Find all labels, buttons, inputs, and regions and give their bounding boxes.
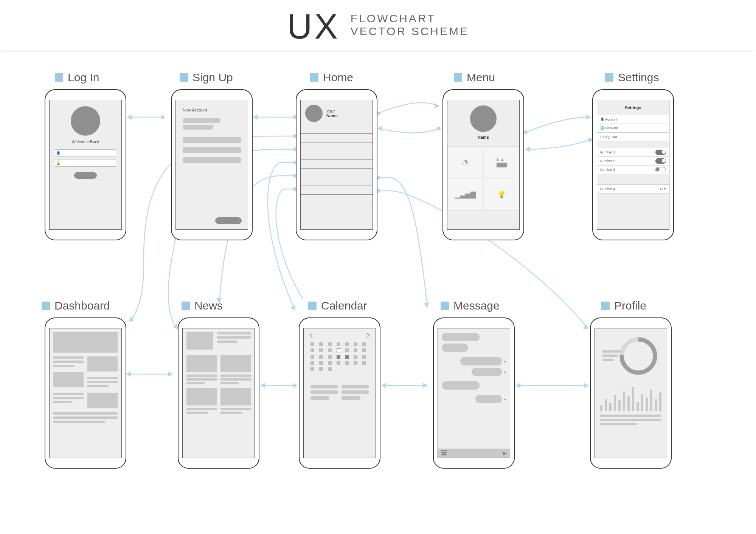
label-home: Home (310, 71, 353, 84)
signup-field[interactable] (183, 137, 241, 143)
chevron-left-icon[interactable] (310, 333, 315, 338)
menu-tile-pie[interactable]: ◔ (447, 146, 483, 178)
lock-icon: 🔒 (55, 161, 61, 165)
subtitle-line1: FLOWCHART (351, 12, 436, 25)
screen-login: Welcome Back 👤 🔒 (45, 89, 126, 240)
diagram-stage: UX FLOWCHART VECTOR SCHEME Log In Sign U… (0, 0, 756, 534)
home-row[interactable] (301, 151, 373, 159)
screen-calendar (299, 317, 380, 469)
chat-bubble-out (460, 357, 502, 365)
bullet-icon (180, 73, 188, 82)
avatar-icon (305, 105, 323, 122)
bullet-icon (454, 73, 462, 82)
lightbulb-icon: 💡 (497, 190, 506, 199)
bullet-icon (308, 302, 317, 310)
send-icon[interactable]: ➤ (502, 450, 507, 457)
home-your: Your (326, 109, 338, 113)
label-signup: Sign Up (180, 71, 233, 84)
label-profile: Profile (601, 299, 646, 312)
screen-settings: Settings 👤 Account 🌐 Network ⏻ Sign out … (592, 89, 674, 240)
home-row[interactable] (301, 186, 373, 194)
globe-icon: 🌐 (600, 126, 604, 130)
menu-tile-stats[interactable]: ▁▃▅▇ (447, 179, 483, 211)
chat-bubble-in (442, 344, 468, 352)
screen-message: ● ● ● 🖼 ➤ (433, 317, 515, 469)
label-menu: Menu (454, 71, 495, 84)
pie-chart-icon: ◔ (462, 158, 468, 166)
signup-field[interactable] (183, 125, 213, 130)
label-login: Log In (55, 71, 99, 84)
home-row[interactable] (301, 194, 373, 203)
settings-toggle-1[interactable]: Number 1 (597, 148, 669, 157)
toggle-icon[interactable] (655, 167, 666, 172)
login-button[interactable] (74, 172, 97, 179)
title-divider (2, 51, 754, 51)
toggle-icon[interactable] (655, 150, 666, 155)
user-icon: 👤 (55, 151, 61, 155)
signup-field[interactable] (183, 157, 241, 163)
welcome-text: Welcome Back (50, 139, 121, 144)
label-settings: Settings (605, 71, 659, 84)
label-news: News (182, 299, 223, 312)
screen-profile (590, 317, 672, 469)
bullet-icon (182, 302, 190, 310)
profile-bars (600, 384, 661, 411)
home-name: Name (326, 113, 338, 118)
screen-dashboard (45, 317, 126, 469)
settings-link-account[interactable]: 👤 Account (597, 115, 669, 124)
user-icon: 👤 (600, 118, 604, 121)
signup-submit-button[interactable] (215, 217, 242, 224)
bullet-icon (605, 73, 613, 82)
menu-tile-idea[interactable]: 💡 (484, 179, 519, 211)
home-row[interactable] (301, 159, 373, 168)
settings-heading: Settings (597, 100, 669, 115)
chevron-right-icon[interactable] (365, 333, 369, 338)
bullet-icon (55, 73, 63, 82)
settings-toggle-3[interactable]: Number 3 (597, 165, 669, 174)
bullet-icon (310, 73, 318, 82)
screen-signup: New Account (171, 89, 253, 240)
settings-toggle-2[interactable]: Number 2 (597, 156, 669, 166)
label-message: Message (441, 299, 500, 312)
signup-field[interactable] (183, 147, 241, 153)
password-input[interactable]: 🔒 (55, 159, 116, 167)
settings-link-network[interactable]: 🌐 Network (597, 124, 669, 133)
image-icon[interactable]: 🖼 (441, 450, 447, 457)
menu-name: Name (447, 135, 519, 139)
home-row[interactable] (301, 142, 373, 151)
signup-field[interactable] (183, 118, 220, 123)
home-row[interactable] (301, 133, 373, 142)
chat-bubble-in (442, 333, 480, 341)
settings-link-signout[interactable]: ⏻ Sign out (597, 132, 669, 141)
message-input[interactable]: 🖼 ➤ (438, 449, 510, 458)
bullet-icon (601, 302, 610, 310)
settings-extra[interactable]: Number 4⊖ ▾ (597, 184, 669, 193)
signup-heading: New Account (176, 100, 248, 116)
chat-bubble-in (442, 381, 480, 390)
money-bars-icon: $ ▲▇▇▇ (497, 157, 507, 167)
calendar-grid[interactable] (310, 342, 369, 371)
chat-bubble-out (475, 395, 502, 403)
bar-chart-icon: ▁▃▅▇ (455, 190, 476, 199)
screen-home: Your Name (296, 89, 377, 240)
username-input[interactable]: 👤 (55, 149, 116, 157)
bullet-icon (42, 302, 50, 310)
bullet-icon (441, 302, 449, 310)
label-calendar: Calendar (308, 299, 367, 312)
avatar-icon (470, 105, 497, 132)
diagram-title: UX FLOWCHART VECTOR SCHEME (0, 7, 756, 46)
subtitle-line2: VECTOR SCHEME (351, 25, 469, 38)
read-dot-icon: ● (504, 359, 506, 364)
screen-menu: Name ◔ $ ▲▇▇▇ ▁▃▅▇ 💡 (442, 89, 524, 240)
home-row[interactable] (301, 177, 373, 186)
read-dot-icon: ● (504, 397, 506, 401)
read-dot-icon: ● (504, 370, 506, 374)
menu-tile-money[interactable]: $ ▲▇▇▇ (484, 146, 519, 178)
donut-chart-icon (618, 335, 659, 377)
label-dashboard: Dashboard (42, 299, 110, 312)
dashboard-hero (53, 332, 118, 353)
screen-news (178, 317, 259, 469)
power-icon: ⏻ (600, 135, 604, 139)
toggle-icon[interactable] (655, 158, 666, 164)
home-row[interactable] (301, 168, 373, 177)
